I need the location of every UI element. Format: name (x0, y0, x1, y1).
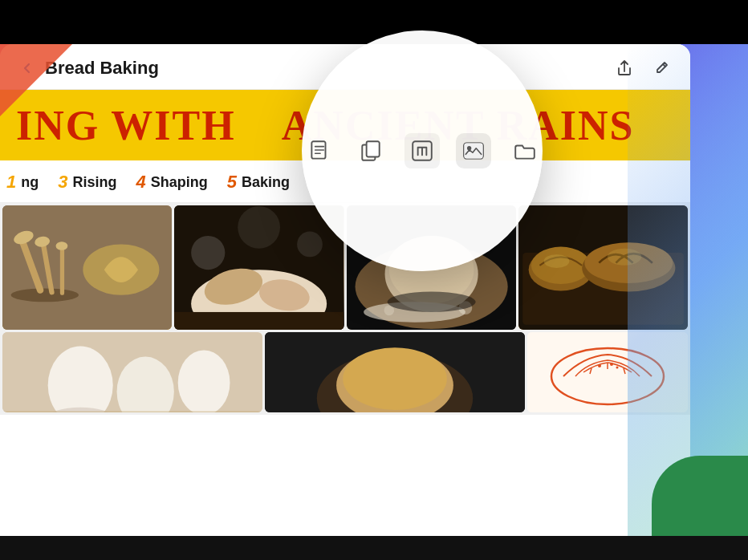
step-5-num: 5 (227, 172, 237, 193)
svg-point-29 (531, 247, 591, 284)
popup-layers-button[interactable] (353, 133, 388, 168)
svg-point-28 (528, 249, 592, 291)
svg-rect-27 (522, 253, 684, 325)
svg-rect-26 (518, 205, 688, 330)
nav-right (612, 55, 674, 81)
back-button[interactable] (16, 57, 39, 79)
svg-point-12 (201, 262, 266, 310)
step-4-num: 4 (136, 172, 146, 193)
svg-rect-40 (2, 412, 262, 412)
popup-document-button[interactable] (302, 133, 337, 168)
step-1-label: ng (21, 174, 39, 191)
step-item-4[interactable]: 4 Shaping (130, 168, 221, 196)
step-3-num: 3 (58, 172, 67, 193)
svg-point-31 (584, 242, 673, 283)
svg-rect-56 (367, 141, 380, 156)
svg-point-50 (598, 364, 601, 367)
svg-point-11 (191, 270, 327, 330)
svg-point-1 (11, 288, 79, 302)
svg-point-5 (34, 235, 51, 248)
page-title: Bread Baking (45, 58, 159, 79)
svg-point-37 (178, 350, 230, 412)
svg-point-13 (257, 276, 312, 314)
black-bar-top (0, 0, 748, 44)
image-empty-2[interactable] (265, 332, 525, 412)
image-sketch[interactable] (527, 332, 688, 412)
share-button[interactable] (612, 55, 637, 81)
edit-button[interactable] (648, 55, 674, 81)
svg-rect-17 (174, 312, 344, 330)
svg-point-24 (384, 306, 394, 316)
step-item-5[interactable]: 5 Baking (221, 168, 303, 196)
svg-point-23 (458, 301, 472, 314)
popup-toolbar (302, 117, 543, 185)
step-item-3[interactable]: 3 Rising (51, 168, 129, 196)
svg-point-32 (543, 254, 569, 268)
step-3-label: Rising (73, 174, 117, 191)
svg-point-8 (83, 244, 159, 294)
image-kneading[interactable] (174, 205, 344, 330)
svg-point-16 (238, 206, 280, 249)
step-1-num: 1 (6, 172, 16, 193)
svg-point-15 (297, 232, 323, 258)
svg-point-22 (364, 302, 465, 322)
svg-point-30 (582, 244, 675, 291)
black-bar-bottom (0, 536, 748, 560)
circle-popup (302, 30, 543, 271)
popup-media-button[interactable] (456, 133, 491, 168)
svg-rect-6 (60, 244, 64, 294)
svg-point-25 (387, 292, 475, 312)
step-item-1[interactable]: 1 ng (0, 168, 51, 196)
svg-rect-2 (18, 237, 44, 294)
svg-point-52 (616, 367, 619, 369)
svg-point-51 (610, 363, 613, 366)
svg-point-3 (12, 229, 35, 247)
image-baked-loaves[interactable] (518, 205, 688, 330)
popup-folder-button[interactable] (507, 133, 543, 168)
svg-point-33 (608, 249, 641, 266)
svg-rect-0 (2, 205, 172, 330)
svg-point-44 (343, 347, 447, 410)
svg-point-7 (56, 241, 68, 250)
step-4-label: Shaping (151, 174, 208, 191)
popup-text-button[interactable] (404, 133, 440, 168)
image-ingredients[interactable] (2, 205, 172, 330)
image-eggs[interactable] (2, 332, 262, 412)
nav-left: Bread Baking (16, 57, 159, 79)
step-5-label: Baking (242, 174, 290, 191)
svg-rect-10 (174, 205, 344, 330)
image-grid-row2 (0, 332, 690, 415)
svg-rect-4 (40, 240, 55, 295)
svg-point-14 (191, 236, 225, 270)
